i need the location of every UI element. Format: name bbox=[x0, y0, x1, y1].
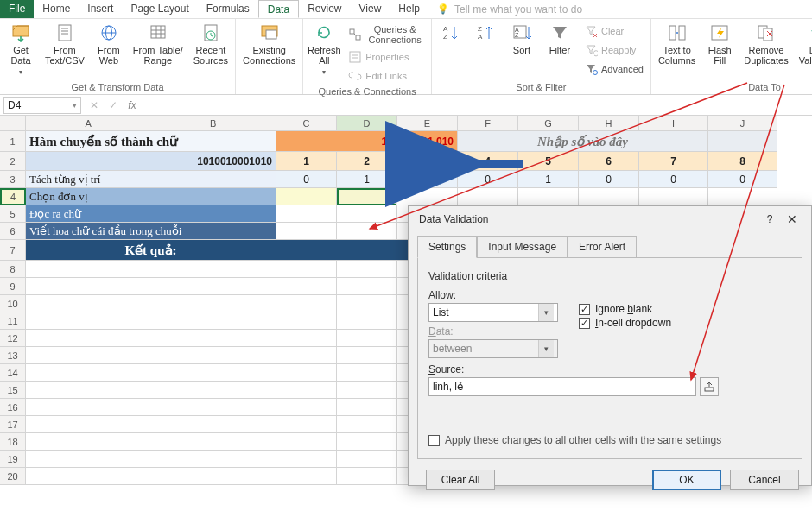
namebox-dropdown-icon[interactable]: ▾ bbox=[73, 101, 77, 110]
cell-A2[interactable]: 1010010001010 bbox=[26, 152, 276, 171]
existing-connections-button[interactable]: Existing Connections bbox=[239, 21, 299, 67]
source-input[interactable]: linh, lẻ bbox=[428, 377, 696, 396]
cell-D4-selected[interactable]: ▾ bbox=[337, 188, 397, 205]
dialog-close-button[interactable]: ✕ bbox=[780, 212, 804, 226]
row-13[interactable]: 13 bbox=[0, 347, 26, 364]
dialog-tab-settings[interactable]: Settings bbox=[417, 236, 477, 258]
name-box[interactable]: D4▾ bbox=[3, 97, 81, 114]
dialog-help-button[interactable]: ? bbox=[759, 213, 780, 225]
row-14[interactable]: 14 bbox=[0, 364, 26, 382]
cell-D2[interactable]: 2 bbox=[337, 152, 397, 171]
row-17[interactable]: 17 bbox=[0, 416, 26, 433]
row-16[interactable]: 16 bbox=[0, 399, 26, 416]
cell-I2[interactable]: 7 bbox=[639, 152, 708, 171]
tab-help[interactable]: Help bbox=[390, 0, 428, 18]
cell-A1[interactable]: Hàm chuyển số thành chữ bbox=[26, 131, 276, 152]
flash-fill-button[interactable]: Flash Fill bbox=[702, 21, 737, 67]
col-H[interactable]: H bbox=[579, 116, 639, 131]
row-15[interactable]: 15 bbox=[0, 382, 26, 399]
filter-button[interactable]: Filter bbox=[542, 21, 577, 57]
cell-H2[interactable]: 6 bbox=[579, 152, 639, 171]
cell-J3[interactable]: 0 bbox=[708, 171, 777, 188]
cell-F4[interactable] bbox=[458, 188, 518, 205]
cell-A4[interactable]: Chọn đơn vị bbox=[26, 188, 276, 205]
tab-data[interactable]: Data bbox=[258, 0, 299, 18]
row-10[interactable]: 10 bbox=[0, 295, 26, 312]
cell-J2[interactable]: 8 bbox=[708, 152, 777, 171]
cell-J4[interactable] bbox=[708, 188, 777, 205]
cell-H4[interactable] bbox=[579, 188, 639, 205]
cell-I3[interactable]: 0 bbox=[639, 171, 708, 188]
col-C[interactable]: C bbox=[276, 116, 337, 131]
in-cell-dropdown-checkbox[interactable]: In-cell dropdown bbox=[579, 317, 671, 329]
row-9[interactable]: 9 bbox=[0, 278, 26, 295]
cell-J1[interactable] bbox=[708, 131, 777, 152]
cell-C3[interactable]: 0 bbox=[276, 171, 337, 188]
tab-page-layout[interactable]: Page Layout bbox=[122, 0, 197, 18]
tab-view[interactable]: View bbox=[351, 0, 390, 18]
fx-icon[interactable]: fx bbox=[124, 99, 140, 111]
dialog-tab-error-alert[interactable]: Error Alert bbox=[568, 236, 637, 258]
row-20[interactable]: 20 bbox=[0, 468, 26, 485]
cell-A6[interactable]: Viết hoa chữ cái đầu trong chuỗi bbox=[26, 223, 276, 240]
row-2[interactable]: 2 bbox=[0, 152, 26, 171]
recent-sources-button[interactable]: Recent Sources bbox=[190, 21, 232, 67]
tab-home[interactable]: Home bbox=[34, 0, 79, 18]
cell-A7[interactable]: Kết quả: bbox=[26, 240, 276, 261]
col-G[interactable]: G bbox=[518, 116, 579, 131]
row-8[interactable]: 8 bbox=[0, 261, 26, 278]
remove-duplicates-button[interactable]: Remove Duplicates bbox=[740, 21, 791, 67]
row-18[interactable]: 18 bbox=[0, 433, 26, 451]
cell-C2[interactable]: 1 bbox=[276, 152, 337, 171]
ignore-blank-checkbox[interactable]: Ignore blank bbox=[579, 303, 671, 315]
row-7[interactable]: 7 bbox=[0, 240, 26, 261]
col-I[interactable]: I bbox=[639, 116, 708, 131]
cell-A5[interactable]: Đọc ra chữ bbox=[26, 205, 276, 223]
col-F[interactable]: F bbox=[458, 116, 518, 131]
sort-az-button[interactable]: AZ bbox=[435, 21, 466, 45]
cell-I4[interactable] bbox=[639, 188, 708, 205]
row-6[interactable]: 6 bbox=[0, 223, 26, 240]
row-5[interactable]: 5 bbox=[0, 205, 26, 223]
from-table-range-button[interactable]: From Table/ Range bbox=[130, 21, 187, 67]
sort-za-button[interactable]: ZA bbox=[470, 21, 501, 45]
cell-E2[interactable]: 3 bbox=[397, 152, 458, 171]
dialog-tab-input-message[interactable]: Input Message bbox=[477, 236, 568, 258]
cell-E3[interactable]: 0 bbox=[397, 171, 458, 188]
col-A[interactable]: AB bbox=[26, 116, 276, 131]
tab-review[interactable]: Review bbox=[299, 0, 350, 18]
cell-A3[interactable]: Tách từng vị trí bbox=[26, 171, 276, 188]
row-19[interactable]: 19 bbox=[0, 451, 26, 468]
row-12[interactable]: 12 bbox=[0, 330, 26, 347]
row-11[interactable]: 11 bbox=[0, 312, 26, 330]
data-validation-button[interactable]: Data Validation▾ bbox=[796, 21, 812, 79]
select-all-corner[interactable] bbox=[0, 116, 26, 131]
cell-C1E1[interactable]: 10,010,001,010 bbox=[276, 131, 458, 152]
clear-all-button[interactable]: Clear All bbox=[426, 470, 495, 490]
sort-button[interactable]: AZ Sort bbox=[504, 21, 539, 57]
queries-connections-button[interactable]: Queries & Connections bbox=[345, 22, 428, 47]
row-3[interactable]: 3 bbox=[0, 171, 26, 188]
filter-advanced-button[interactable]: Advanced bbox=[580, 60, 647, 78]
cell-D3[interactable]: 1 bbox=[337, 171, 397, 188]
allow-combo[interactable]: List▾ bbox=[428, 303, 558, 322]
tab-insert[interactable]: Insert bbox=[79, 0, 122, 18]
range-picker-button[interactable] bbox=[700, 377, 719, 396]
row-4[interactable]: 4 bbox=[0, 188, 26, 205]
cell-G3[interactable]: 1 bbox=[518, 171, 579, 188]
from-web-button[interactable]: From Web bbox=[92, 21, 126, 67]
col-E[interactable]: E bbox=[397, 116, 458, 131]
get-data-button[interactable]: Get Data▾ bbox=[3, 21, 38, 79]
cell-H3[interactable]: 0 bbox=[579, 171, 639, 188]
cell-F3[interactable]: 0 bbox=[458, 171, 518, 188]
cancel-button[interactable]: Cancel bbox=[730, 470, 799, 490]
refresh-all-button[interactable]: Refresh All▾ bbox=[307, 21, 341, 79]
col-D[interactable]: D bbox=[337, 116, 397, 131]
cell-E4[interactable] bbox=[397, 188, 458, 205]
tab-formulas[interactable]: Formulas bbox=[198, 0, 258, 18]
cell-G4[interactable] bbox=[518, 188, 579, 205]
cell-C4[interactable] bbox=[276, 188, 337, 205]
row-1[interactable]: 1 bbox=[0, 131, 26, 152]
tab-file[interactable]: File bbox=[0, 0, 34, 18]
cell-F2[interactable]: 4 bbox=[458, 152, 518, 171]
